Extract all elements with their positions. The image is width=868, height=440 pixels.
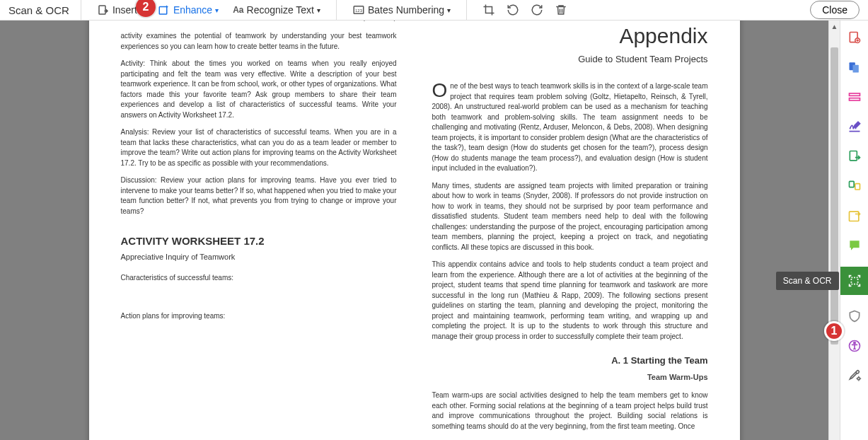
continued-label: (Continued) xyxy=(121,21,397,23)
scroll-thumb[interactable] xyxy=(831,47,838,345)
more-tools[interactable] xyxy=(846,367,863,384)
crop-icon xyxy=(482,4,495,16)
appendix-subheading: Guide to Student Team Projects xyxy=(432,53,708,66)
chevron-down-icon: ▾ xyxy=(317,6,320,14)
svg-rect-11 xyxy=(849,93,860,95)
svg-rect-15 xyxy=(855,184,860,190)
vertical-scrollbar[interactable]: ▲ ▼ xyxy=(828,21,840,440)
organize-tool[interactable] xyxy=(846,178,863,195)
scroll-up-arrow[interactable]: ▲ xyxy=(829,21,840,32)
body-text: Analysis: Review your list of characteri… xyxy=(121,127,397,168)
edit-pdf-tool[interactable] xyxy=(846,88,863,105)
section-subheading: Team Warm-Ups xyxy=(432,372,708,383)
page-left-column: (Continued) activity examines the potent… xyxy=(121,21,397,431)
bates-label: Bates Numbering xyxy=(368,4,444,16)
body-text: Many times, students are assigned team p… xyxy=(432,181,708,253)
body-text: Activity: Think about the times you work… xyxy=(121,59,397,120)
toolbar-title: Scan & OCR xyxy=(8,4,69,16)
protect-tool[interactable] xyxy=(846,308,863,325)
separator xyxy=(466,0,467,20)
svg-point-20 xyxy=(857,378,860,380)
page: (Continued) activity examines the potent… xyxy=(89,21,740,440)
svg-rect-14 xyxy=(849,181,854,187)
tutorial-badge-1: 1 xyxy=(824,321,844,341)
svg-rect-16 xyxy=(849,212,858,221)
side-tools-panel: Scan & OCR xyxy=(840,21,868,440)
svg-point-19 xyxy=(853,342,855,345)
worksheet-subheading: Appreciative Inquiry of Teamwork xyxy=(121,252,397,263)
scan-ocr-tool[interactable]: Scan & OCR xyxy=(840,267,869,295)
delete-button[interactable] xyxy=(550,1,572,19)
svg-rect-10 xyxy=(852,65,858,73)
body-text: This appendix contains advice and tools … xyxy=(432,260,708,342)
body-text: Team warm-ups are social activities desi… xyxy=(432,390,708,432)
svg-text:123: 123 xyxy=(355,8,363,13)
svg-rect-1 xyxy=(159,7,167,15)
enhance-icon xyxy=(158,4,170,16)
svg-rect-13 xyxy=(850,151,857,161)
insert-label: Insert xyxy=(112,4,137,16)
rotate-ccw-icon xyxy=(507,4,519,16)
toolbar: Scan & OCR Insert ▾ Enhance ▾ Aa Recogni… xyxy=(0,0,868,21)
create-pdf-tool[interactable] xyxy=(846,29,863,46)
rotate-cw-button[interactable] xyxy=(526,1,548,19)
main-area: (Continued) activity examines the potent… xyxy=(0,21,868,440)
scan-ocr-tooltip: Scan & OCR xyxy=(776,272,839,290)
body-text: Characteristics of successful teams: xyxy=(121,273,397,284)
svg-rect-12 xyxy=(849,98,860,100)
recognize-text-icon: Aa xyxy=(233,4,243,16)
combine-tool[interactable] xyxy=(846,59,863,76)
trash-icon xyxy=(555,4,567,16)
chevron-down-icon: ▾ xyxy=(447,6,451,14)
sign-tool[interactable] xyxy=(846,118,863,135)
tutorial-badge-2: 2 xyxy=(136,0,156,17)
accessibility-tool[interactable] xyxy=(846,337,863,354)
rotate-cw-icon xyxy=(531,4,543,16)
export-tool[interactable] xyxy=(846,148,863,165)
crop-button[interactable] xyxy=(478,1,499,19)
chat-tool[interactable] xyxy=(846,237,863,254)
enhance-button[interactable]: Enhance ▾ xyxy=(154,1,223,19)
insert-icon xyxy=(97,4,110,16)
appendix-heading: Appendix xyxy=(432,21,708,52)
body-text: Discussion: Review your action plans for… xyxy=(121,175,397,216)
recognize-text-button[interactable]: Aa Recognize Text ▾ xyxy=(228,1,325,19)
bates-icon: 123 xyxy=(352,4,365,16)
worksheet-heading: ACTIVITY WORKSHEET 17.2 xyxy=(121,233,397,249)
body-text: Action plans for improving teams: xyxy=(121,311,397,322)
body-text: activity examines the potential of teamw… xyxy=(121,31,397,52)
separator xyxy=(336,0,337,20)
section-heading: A. 1 Starting the Team xyxy=(432,354,708,368)
bates-numbering-button[interactable]: 123 Bates Numbering ▾ xyxy=(348,1,455,19)
document-viewport: (Continued) activity examines the potent… xyxy=(0,21,828,440)
enhance-label: Enhance xyxy=(173,4,212,16)
page-right-column: Appendix Guide to Student Team Projects … xyxy=(432,21,708,431)
separator xyxy=(81,0,81,20)
svg-rect-0 xyxy=(99,6,105,14)
rotate-ccw-button[interactable] xyxy=(502,1,523,19)
chevron-down-icon: ▾ xyxy=(215,6,219,14)
recognize-label: Recognize Text xyxy=(247,4,314,16)
svg-rect-17 xyxy=(851,277,857,284)
body-text: One of the best ways to teach teamwork s… xyxy=(432,81,708,174)
comment-tool[interactable] xyxy=(846,207,863,224)
close-button[interactable]: Close xyxy=(810,1,860,19)
